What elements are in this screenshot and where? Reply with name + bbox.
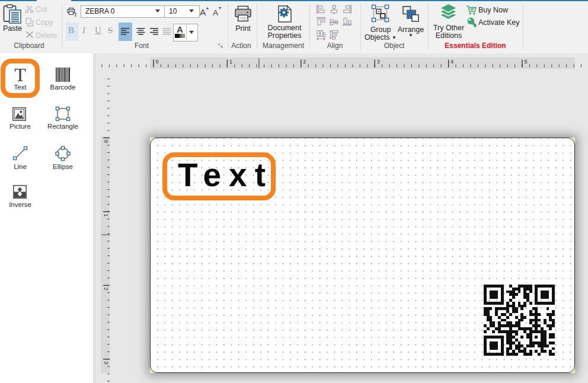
- svg-text:A: A: [200, 7, 206, 17]
- svg-text:3: 3: [377, 59, 380, 65]
- svg-text:2: 2: [303, 59, 306, 65]
- svg-text:A: A: [213, 8, 218, 17]
- svg-text:2: 2: [103, 288, 109, 291]
- svg-text:4: 4: [450, 59, 453, 65]
- svg-text:0: 0: [103, 140, 109, 143]
- svg-text:0: 0: [156, 59, 159, 65]
- svg-text:T: T: [74, 12, 78, 17]
- svg-text:3: 3: [103, 361, 109, 364]
- svg-text:1: 1: [103, 213, 109, 216]
- svg-text:1: 1: [229, 59, 232, 65]
- svg-text:5: 5: [525, 59, 528, 65]
